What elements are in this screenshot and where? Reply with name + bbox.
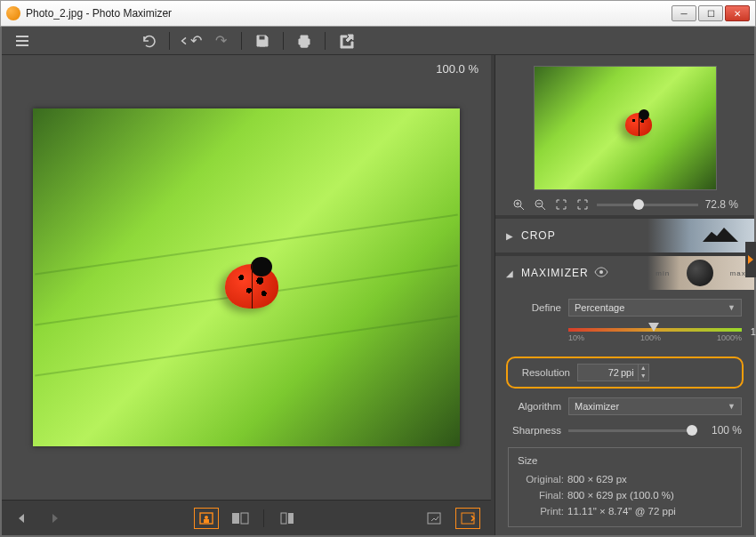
resolution-step-up[interactable]: ▲ <box>639 365 648 373</box>
chevron-down-icon: ◢ <box>506 268 514 278</box>
size-label: Size <box>518 455 732 466</box>
maximizer-section-label: MAXIMIZER <box>521 267 589 279</box>
resolution-input[interactable]: ppi ▲▼ <box>577 364 649 381</box>
maximizer-section-header[interactable]: ◢ MAXIMIZER min max <box>495 256 754 290</box>
preview-zoom-slider[interactable] <box>597 204 698 206</box>
size-panel: Size Original:800 × 629 px Final:800 × 6… <box>508 447 742 527</box>
window-maximize-button[interactable]: ☐ <box>698 5 723 21</box>
divider <box>241 32 242 50</box>
chevron-right-icon: ▶ <box>506 231 514 241</box>
next-image-button[interactable] <box>46 508 71 529</box>
svg-rect-5 <box>281 513 286 524</box>
fit-icon[interactable] <box>554 197 568 212</box>
window-titlebar: Photo_2.jpg - Photo Maximizer ─ ☐ ✕ <box>0 0 756 27</box>
algorithm-label: Algorithm <box>508 401 561 412</box>
resolution-step-down[interactable]: ▼ <box>639 373 648 381</box>
main-area: 100.0 % <box>2 55 491 535</box>
crop-section-header[interactable]: ▶ CROP <box>495 219 754 252</box>
resolution-label: Resolution <box>517 367 570 378</box>
window-title: Photo_2.jpg - Photo Maximizer <box>26 7 172 20</box>
divider <box>325 32 326 50</box>
svg-rect-2 <box>204 519 209 523</box>
define-label: Define <box>508 302 561 313</box>
define-select[interactable]: Percentage ▼ <box>568 299 742 317</box>
top-toolbar: ↶ ↷ <box>2 27 754 55</box>
maximizer-header-graphic: min max <box>647 256 754 290</box>
sharpness-value: 100 % <box>704 424 742 437</box>
algorithm-select[interactable]: Maximizer ▼ <box>568 397 742 415</box>
resolution-unit: ppi <box>621 367 638 378</box>
divider <box>263 509 264 527</box>
dropdown-icon: ▼ <box>728 303 736 312</box>
undo-button[interactable]: ↶ <box>179 29 202 52</box>
svg-rect-4 <box>241 513 248 524</box>
svg-point-1 <box>205 516 208 519</box>
size-final-value: 800 × 629 px (100.0 %) <box>567 490 674 501</box>
svg-rect-3 <box>232 513 239 524</box>
actual-icon[interactable] <box>575 197 590 212</box>
flip-compare-button[interactable] <box>275 508 300 529</box>
svg-rect-8 <box>462 513 474 524</box>
preview-thumbnail[interactable] <box>534 66 717 190</box>
percentage-slider[interactable]: 100.0 % 10% 100% 1000% <box>568 328 742 348</box>
save-button[interactable] <box>251 29 274 52</box>
preview-zoom-label: 72.8 % <box>705 198 738 211</box>
dial-icon <box>687 260 713 286</box>
sharpness-label: Sharpness <box>508 425 561 436</box>
window-close-button[interactable]: ✕ <box>725 5 750 21</box>
zoom-in-icon[interactable] <box>511 197 526 212</box>
divider <box>283 32 284 50</box>
percentage-value: 100.0 % <box>751 326 756 337</box>
zoom-out-icon[interactable] <box>533 197 547 212</box>
app-icon <box>6 6 20 20</box>
image-viewport[interactable]: 100.0 % <box>2 55 491 500</box>
prev-image-button[interactable] <box>12 508 37 529</box>
crop-header-graphic <box>647 219 754 252</box>
menu-button[interactable] <box>11 29 34 52</box>
dropdown-icon: ▼ <box>728 402 736 411</box>
panel-collapse-tab[interactable] <box>745 242 756 277</box>
bottom-command-bar <box>2 500 491 535</box>
view-single-button[interactable] <box>194 508 219 529</box>
window-minimize-button[interactable]: ─ <box>672 5 696 21</box>
fit-screen-button[interactable] <box>422 508 446 529</box>
size-print-value: 11.11" × 8.74" @ 72 ppi <box>567 506 676 517</box>
define-select-value: Percentage <box>575 302 624 313</box>
undo-history-button[interactable] <box>137 29 160 52</box>
crop-section-label: CROP <box>521 229 556 242</box>
export-button[interactable] <box>334 29 358 52</box>
svg-point-11 <box>599 270 603 274</box>
size-original-value: 800 × 629 px <box>567 474 627 485</box>
sharpness-slider[interactable] <box>568 429 697 432</box>
side-panel: 72.8 % ▶ CROP ◢ MAXIMIZER min max <box>495 55 754 535</box>
maximizer-section-body: Define Percentage ▼ 100.0 % 10% 100% 100… <box>495 290 754 536</box>
actual-size-button[interactable] <box>455 508 480 529</box>
divider <box>169 32 170 50</box>
algorithm-select-value: Maximizer <box>575 401 619 412</box>
viewport-zoom-label: 100.0 % <box>436 62 479 76</box>
photo-canvas <box>33 108 460 446</box>
resolution-field[interactable] <box>578 367 621 378</box>
visibility-eye-icon[interactable] <box>594 267 608 280</box>
view-split-button[interactable] <box>228 508 253 529</box>
redo-button[interactable]: ↷ <box>209 29 232 52</box>
svg-rect-6 <box>288 513 294 524</box>
resolution-highlight: Resolution ppi ▲▼ <box>506 357 744 389</box>
print-button[interactable] <box>293 29 316 52</box>
